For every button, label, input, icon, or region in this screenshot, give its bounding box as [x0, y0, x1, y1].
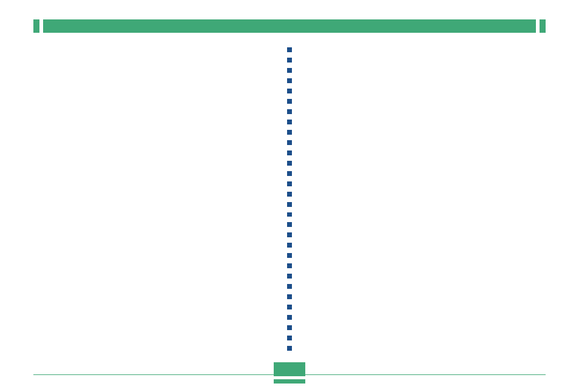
divider-dot	[287, 294, 292, 299]
divider-dot	[287, 130, 292, 135]
divider-dot	[287, 274, 292, 279]
divider-dot	[287, 161, 292, 166]
header-bar-right-cap	[540, 19, 546, 33]
divider-dot	[287, 99, 292, 104]
divider-dot	[287, 58, 292, 63]
divider-dot	[287, 315, 292, 320]
divider-dot	[287, 171, 292, 176]
divider-dot	[287, 232, 292, 237]
divider-dot	[287, 89, 292, 93]
divider-dot	[287, 325, 292, 330]
header-bar-center	[43, 19, 536, 33]
divider-dot	[287, 68, 292, 73]
divider-dot	[287, 140, 292, 145]
footer-marker-top	[274, 362, 305, 376]
header-decoration-bar	[33, 19, 546, 33]
divider-dot	[287, 120, 292, 124]
footer-marker-bottom	[274, 379, 305, 384]
divider-dot	[287, 305, 292, 309]
divider-dot	[287, 212, 292, 217]
divider-dot	[287, 346, 292, 351]
divider-dot	[287, 192, 292, 197]
divider-dot	[287, 243, 292, 248]
divider-dot	[287, 336, 292, 340]
divider-dot	[287, 181, 292, 186]
divider-dot	[287, 78, 292, 83]
divider-dot	[287, 284, 292, 289]
divider-dot	[287, 47, 292, 52]
divider-dot	[287, 202, 292, 207]
divider-dot	[287, 263, 292, 268]
vertical-dotted-divider	[287, 47, 292, 351]
divider-dot	[287, 222, 292, 227]
header-bar-left-cap	[33, 19, 39, 33]
divider-dot	[287, 109, 292, 114]
divider-dot	[287, 150, 292, 155]
divider-dot	[287, 253, 292, 258]
footer-page-marker	[274, 362, 305, 384]
